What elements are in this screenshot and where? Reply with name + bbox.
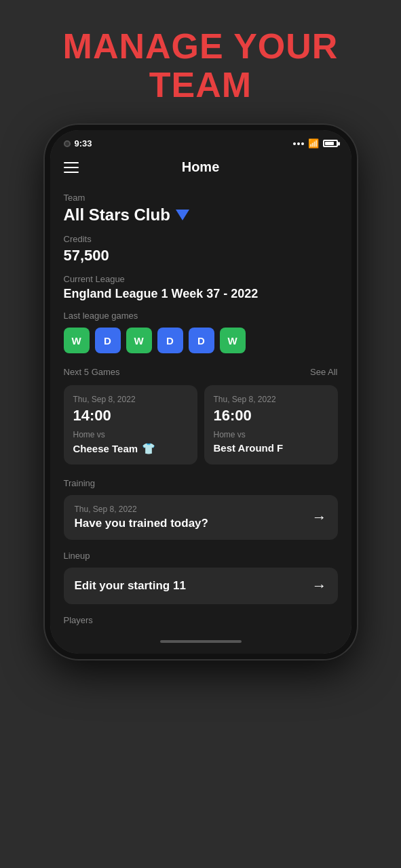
signal-dot — [301, 142, 304, 145]
team-name: All Stars Club — [64, 205, 338, 224]
game-opponent-2: Best Around F — [214, 442, 328, 454]
next-games-section: Next 5 Games See All Thu, Sep 8, 2022 14… — [64, 367, 338, 465]
training-label: Training — [64, 478, 338, 488]
page-header-title: MANAGE YOUR TEAM — [50, 0, 352, 125]
lineup-label: Lineup — [64, 551, 338, 561]
badge-w: W — [126, 328, 152, 353]
camera-dot — [64, 140, 71, 147]
players-label: Players — [64, 615, 338, 625]
lineup-card[interactable]: Edit your starting 11 → — [64, 568, 338, 604]
hamburger-menu[interactable] — [64, 162, 79, 173]
lineup-section: Lineup Edit your starting 11 → — [64, 551, 338, 604]
game-opponent-1: Cheese Team 👕 — [73, 442, 188, 455]
signal-dot — [297, 142, 300, 145]
game-date-1: Thu, Sep 8, 2022 — [73, 395, 188, 404]
last-games-section: Last league games W D W D D W — [64, 311, 338, 353]
games-scroll: Thu, Sep 8, 2022 14:00 Home vs Cheese Te… — [64, 385, 338, 465]
game-card-2[interactable]: Thu, Sep 8, 2022 16:00 Home vs Best Arou… — [204, 385, 338, 465]
title-line1: MANAGE YOUR — [63, 26, 339, 66]
league-label: Current League — [64, 274, 338, 284]
training-prompt: Have you trained today? — [75, 517, 312, 530]
home-indicator — [50, 635, 351, 654]
credits-label: Credits — [64, 234, 338, 244]
players-section: Players — [64, 615, 338, 625]
team-label: Team — [64, 193, 338, 203]
next-games-label: Next 5 Games — [64, 367, 120, 377]
game-time-2: 16:00 — [214, 407, 328, 425]
game-time-1: 14:00 — [73, 407, 188, 425]
title-line2: TEAM — [149, 65, 252, 104]
shield-icon — [176, 210, 189, 220]
game-date-2: Thu, Sep 8, 2022 — [214, 395, 328, 404]
league-name: England League 1 Week 37 - 2022 — [64, 287, 338, 301]
game-card-1[interactable]: Thu, Sep 8, 2022 14:00 Home vs Cheese Te… — [64, 385, 197, 465]
credits-section: Credits 57,500 — [64, 234, 338, 264]
training-card[interactable]: Thu, Sep 8, 2022 Have you trained today?… — [64, 495, 338, 540]
lineup-action: Edit your starting 11 — [75, 579, 312, 593]
league-section: Current League England League 1 Week 37 … — [64, 274, 338, 301]
last-games-label: Last league games — [64, 311, 338, 321]
see-all-button[interactable]: See All — [310, 367, 337, 377]
credits-value: 57,500 — [64, 247, 338, 264]
battery-icon — [323, 140, 338, 147]
badge-d: D — [95, 328, 121, 353]
arrow-icon: → — [312, 509, 327, 526]
phone-frame: 9:33 📶 Home — [45, 125, 357, 659]
game-vs-2: Home vs — [214, 430, 328, 439]
time-display: 9:33 — [75, 138, 92, 149]
badge-w: W — [220, 328, 246, 353]
game-badges-row: W D W D D W — [64, 328, 338, 353]
status-bar: 9:33 📶 — [50, 130, 351, 153]
training-section: Training Thu, Sep 8, 2022 Have you train… — [64, 478, 338, 540]
signal-dot — [293, 142, 296, 145]
badge-w: W — [64, 328, 90, 353]
team-section: Team All Stars Club — [64, 193, 338, 224]
jersey-icon: 👕 — [142, 442, 155, 455]
content-area: Team All Stars Club Credits 57,500 Curre… — [50, 186, 351, 635]
game-vs-1: Home vs — [73, 430, 188, 439]
app-header: Home — [50, 153, 351, 186]
wifi-icon: 📶 — [308, 138, 319, 149]
arrow-icon: → — [312, 577, 327, 595]
badge-d: D — [189, 328, 214, 353]
header-title: Home — [182, 159, 220, 175]
badge-d: D — [157, 328, 183, 353]
training-date: Thu, Sep 8, 2022 — [75, 505, 312, 514]
